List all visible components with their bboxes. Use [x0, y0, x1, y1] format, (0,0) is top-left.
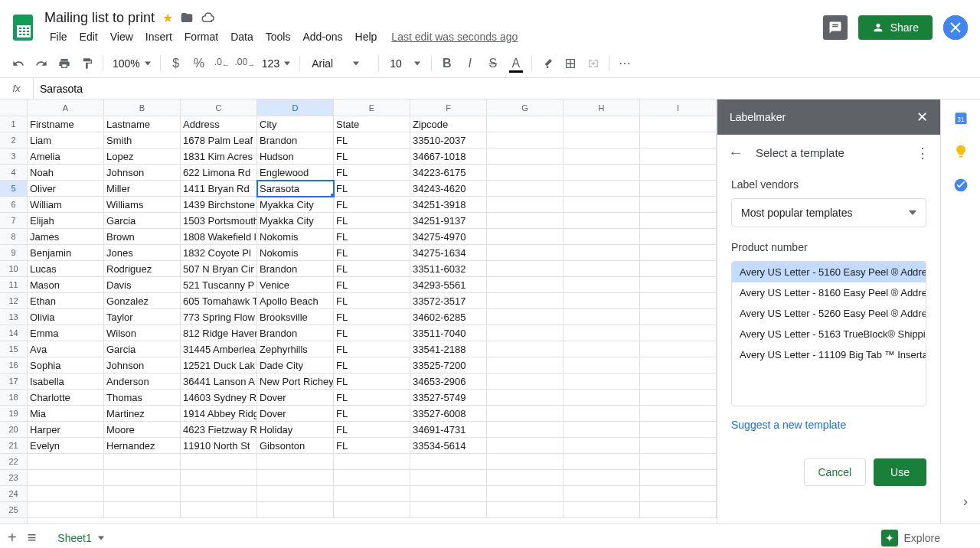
- increase-decimal-icon[interactable]: .00→: [234, 53, 256, 74]
- menu-data[interactable]: Data: [225, 28, 259, 46]
- row-header[interactable]: 10: [0, 261, 27, 277]
- cell[interactable]: [487, 261, 564, 277]
- cell[interactable]: [564, 181, 640, 197]
- row-header[interactable]: 25: [0, 502, 27, 518]
- cell[interactable]: [564, 422, 640, 438]
- cell[interactable]: Moore: [104, 422, 181, 438]
- cell[interactable]: 34691-4731: [410, 422, 487, 438]
- cell[interactable]: [564, 325, 640, 341]
- font-size-select[interactable]: 10: [384, 56, 426, 71]
- menu-format[interactable]: Format: [179, 28, 224, 46]
- add-sheet-icon[interactable]: +: [8, 529, 17, 546]
- cell[interactable]: [487, 325, 564, 341]
- row-header[interactable]: 20: [0, 422, 27, 438]
- bold-icon[interactable]: B: [436, 53, 458, 74]
- move-icon[interactable]: [181, 11, 193, 24]
- cell[interactable]: 34223-6175: [410, 165, 487, 181]
- cell[interactable]: [640, 229, 717, 245]
- cell[interactable]: [28, 454, 104, 470]
- cell[interactable]: [640, 438, 717, 454]
- cell[interactable]: [640, 470, 717, 486]
- cell[interactable]: State: [334, 116, 410, 132]
- menu-insert[interactable]: Insert: [140, 28, 178, 46]
- cell[interactable]: Ethan: [28, 293, 104, 309]
- cell[interactable]: [640, 277, 717, 293]
- cell[interactable]: Holiday: [257, 422, 334, 438]
- cell[interactable]: Venice: [257, 277, 334, 293]
- cell[interactable]: Brandon: [257, 325, 334, 341]
- row-header[interactable]: 14: [0, 325, 27, 341]
- menu-edit[interactable]: Edit: [74, 28, 103, 46]
- cell[interactable]: [28, 486, 104, 502]
- cell[interactable]: 1832 Coyote Pl: [181, 245, 257, 261]
- cell[interactable]: [487, 277, 564, 293]
- cell[interactable]: Zipcode: [410, 116, 487, 132]
- cell[interactable]: Davis: [104, 277, 181, 293]
- product-item[interactable]: Avery US Letter - 8160 Easy Peel ® Addre: [732, 282, 926, 303]
- vendor-select[interactable]: Most popular templates: [731, 198, 926, 227]
- cell[interactable]: Mia: [28, 406, 104, 422]
- decrease-decimal-icon[interactable]: .0←: [211, 53, 233, 74]
- product-item[interactable]: Avery US Letter - 5260 Easy Peel ® Addre: [732, 303, 926, 324]
- cell[interactable]: [640, 132, 717, 148]
- menu-help[interactable]: Help: [350, 28, 383, 46]
- collapse-rail-icon[interactable]: ›: [963, 494, 968, 510]
- cell[interactable]: FL: [334, 309, 410, 325]
- cell[interactable]: [640, 245, 717, 261]
- row-header[interactable]: 23: [0, 470, 27, 486]
- cell[interactable]: [334, 454, 410, 470]
- fill-color-icon[interactable]: [537, 53, 558, 74]
- cell[interactable]: [487, 406, 564, 422]
- cell[interactable]: Liam: [28, 132, 104, 148]
- cell[interactable]: [564, 165, 640, 181]
- merge-icon[interactable]: [583, 53, 604, 74]
- cell[interactable]: [257, 470, 334, 486]
- cell[interactable]: [487, 502, 564, 518]
- cell[interactable]: Gonzalez: [104, 293, 181, 309]
- cell[interactable]: [640, 116, 717, 132]
- menu-tools[interactable]: Tools: [260, 28, 296, 46]
- tasks-icon[interactable]: [953, 178, 969, 193]
- cell[interactable]: [564, 341, 640, 357]
- cell[interactable]: 31445 Amberlea: [181, 341, 257, 357]
- cell[interactable]: Taylor: [104, 309, 181, 325]
- row-header[interactable]: 15: [0, 341, 27, 357]
- cell[interactable]: [487, 454, 564, 470]
- cell[interactable]: 4623 Fietzway R: [181, 422, 257, 438]
- row-header[interactable]: 21: [0, 438, 27, 454]
- cell[interactable]: Myakka City: [257, 213, 334, 229]
- cell[interactable]: [410, 470, 487, 486]
- cell[interactable]: 1808 Wakefield l: [181, 229, 257, 245]
- cell[interactable]: FL: [334, 261, 410, 277]
- cell[interactable]: Charlotte: [28, 390, 104, 406]
- cell[interactable]: Miller: [104, 181, 181, 197]
- cell[interactable]: [104, 502, 181, 518]
- cell[interactable]: 605 Tomahawk T: [181, 293, 257, 309]
- cell[interactable]: Johnson: [104, 357, 181, 373]
- row-header[interactable]: 13: [0, 309, 27, 325]
- borders-icon[interactable]: [560, 53, 581, 74]
- cell[interactable]: 1439 Birchstone: [181, 197, 257, 213]
- cell[interactable]: [257, 486, 334, 502]
- cell[interactable]: [104, 470, 181, 486]
- row-header[interactable]: 7: [0, 213, 27, 229]
- cell[interactable]: Hernandez: [104, 438, 181, 454]
- row-header[interactable]: 19: [0, 406, 27, 422]
- fx-icon[interactable]: fx: [0, 78, 34, 99]
- cell[interactable]: [257, 454, 334, 470]
- use-button[interactable]: Use: [874, 458, 926, 486]
- cell[interactable]: Mason: [28, 277, 104, 293]
- cell[interactable]: Brandon: [257, 261, 334, 277]
- cell[interactable]: Apollo Beach: [257, 293, 334, 309]
- row-header[interactable]: 6: [0, 197, 27, 213]
- row-header[interactable]: 22: [0, 454, 27, 470]
- column-header[interactable]: A: [28, 99, 104, 116]
- cell[interactable]: FL: [334, 229, 410, 245]
- cell[interactable]: 1411 Bryan Rd: [181, 181, 257, 197]
- redo-icon[interactable]: [31, 53, 52, 74]
- cell[interactable]: City: [257, 116, 334, 132]
- cell[interactable]: Myakka City: [257, 197, 334, 213]
- cell[interactable]: Jones: [104, 245, 181, 261]
- cell[interactable]: [334, 502, 410, 518]
- cell[interactable]: Thomas: [104, 390, 181, 406]
